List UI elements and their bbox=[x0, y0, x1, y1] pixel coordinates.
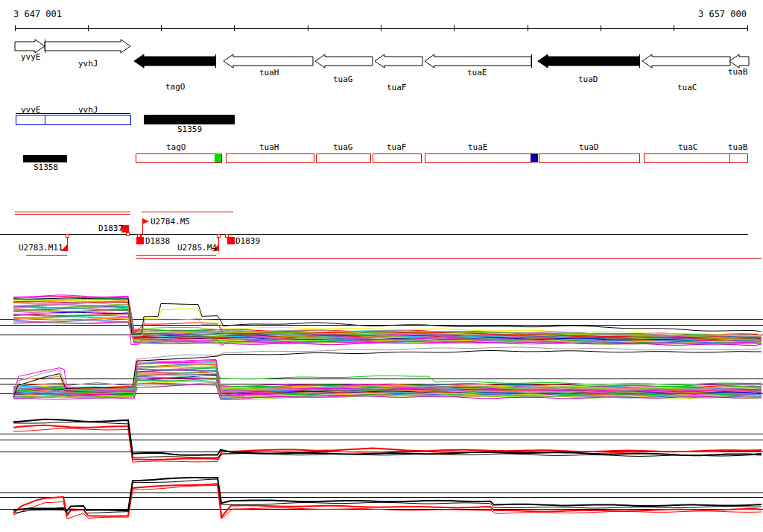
gene-label: tuaG bbox=[333, 75, 353, 84]
gene-arrow-tuaD[interactable] bbox=[538, 54, 639, 68]
cds-label: yvyE bbox=[21, 105, 41, 115]
probe-marker-U2785.M4 bbox=[217, 234, 220, 237]
cds-label: tuaG bbox=[333, 142, 353, 152]
expression-trace bbox=[13, 478, 762, 511]
cds-box-tagO[interactable] bbox=[136, 153, 221, 162]
probe-marker-U2783.M11 bbox=[66, 234, 69, 237]
segment-box-S1359[interactable] bbox=[144, 115, 235, 124]
segment-label: S1359 bbox=[177, 124, 202, 134]
genome-browser-view: 3 647 001 3 657 000 yvyEyvhJtagOtuaHtuaG… bbox=[0, 0, 763, 532]
cds-box-tuaF[interactable] bbox=[373, 153, 421, 162]
gene-arrow-tuaG[interactable] bbox=[315, 54, 373, 68]
gene-arrow-tuaC[interactable] bbox=[642, 54, 730, 68]
probe-label: U2783.M11 bbox=[19, 243, 63, 253]
cds-box-tuaB[interactable] bbox=[729, 153, 747, 162]
gene-arrow-tuaB[interactable] bbox=[729, 54, 749, 68]
segment-box-S1358[interactable] bbox=[23, 155, 67, 162]
gene-label: tuaC bbox=[677, 83, 697, 92]
gene-arrow-tuaE[interactable] bbox=[425, 54, 531, 68]
cds-label: tuaF bbox=[387, 142, 407, 152]
probe-label: D1838 bbox=[145, 236, 170, 246]
probe-marker-D1837 bbox=[126, 232, 129, 235]
cds-box-tuaD[interactable] bbox=[539, 153, 639, 162]
cds-box-forward[interactable] bbox=[16, 115, 130, 124]
probe-label: D1837 bbox=[98, 224, 123, 233]
cds-label: tuaC bbox=[678, 142, 698, 152]
probe-flag-D1839[interactable] bbox=[227, 237, 235, 244]
cds-label: tagO bbox=[166, 142, 186, 152]
gene-arrow-yvyE[interactable] bbox=[15, 39, 45, 53]
segment-label: S1358 bbox=[34, 162, 58, 172]
expression-trace bbox=[13, 360, 762, 389]
expression-trace bbox=[13, 479, 762, 513]
cds-box-tuaE[interactable] bbox=[425, 153, 531, 162]
cds-label: tuaD bbox=[579, 142, 599, 152]
gene-label: tuaE bbox=[467, 68, 487, 77]
probe-flag-U2784.M5[interactable] bbox=[142, 218, 149, 224]
cds-label: tuaB bbox=[728, 142, 748, 152]
expression-trace bbox=[13, 425, 762, 460]
cds-label: tuaE bbox=[468, 142, 488, 152]
navy-marker bbox=[531, 153, 538, 162]
probe-flag-D1838[interactable] bbox=[136, 237, 144, 244]
cds-box-tuaH[interactable] bbox=[226, 153, 314, 162]
gene-label: tagO bbox=[165, 82, 186, 92]
gene-arrow-tagO[interactable] bbox=[134, 54, 215, 68]
browser-figure: yvyEyvhJtagOtuaHtuaGtuaFtuaEtuaDtuaCtuaB… bbox=[0, 0, 763, 532]
gene-label: tuaH bbox=[259, 68, 279, 77]
probe-marker-D1839 bbox=[225, 234, 228, 237]
expression-trace bbox=[13, 419, 762, 455]
gene-arrow-tuaF[interactable] bbox=[375, 54, 422, 68]
expression-trace bbox=[13, 360, 762, 387]
gene-label: tuaB bbox=[728, 67, 748, 77]
gene-label: yvyE bbox=[21, 52, 41, 62]
probe-label: U2785.M4 bbox=[177, 243, 217, 253]
cds-label: tuaH bbox=[259, 142, 279, 152]
green-marker bbox=[215, 153, 221, 162]
probe-label: U2784.M5 bbox=[151, 217, 190, 227]
gene-arrow-tuaH[interactable] bbox=[224, 54, 313, 68]
cds-label: yvhJ bbox=[78, 105, 98, 115]
gene-label: yvhJ bbox=[78, 59, 98, 69]
gene-arrow-yvhJ[interactable] bbox=[45, 39, 130, 53]
probe-marker-D1838 bbox=[137, 234, 140, 237]
gene-label: tuaF bbox=[387, 83, 407, 92]
probe-label: D1839 bbox=[235, 236, 260, 246]
gene-label: tuaD bbox=[578, 75, 598, 84]
cds-box-tuaC[interactable] bbox=[644, 153, 729, 162]
cds-box-tuaG[interactable] bbox=[316, 153, 370, 162]
